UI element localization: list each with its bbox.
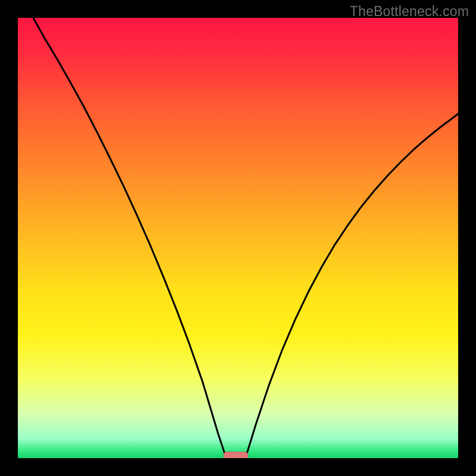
gradient-background [18, 18, 458, 458]
plot-area [18, 18, 458, 458]
minimum-marker [224, 452, 248, 458]
chart-svg [18, 18, 458, 458]
outer-frame: TheBottleneck.com [0, 0, 476, 476]
watermark-text: TheBottleneck.com [350, 4, 469, 20]
